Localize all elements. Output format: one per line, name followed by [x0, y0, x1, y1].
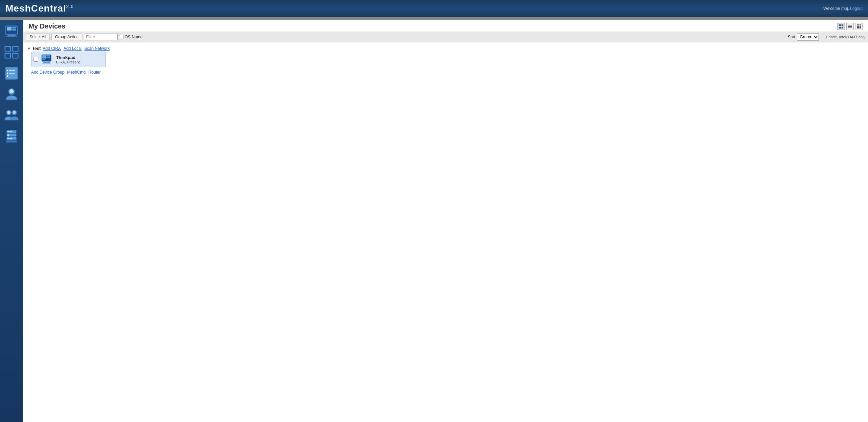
svg-rect-46 [858, 24, 859, 25]
svg-rect-19 [9, 73, 15, 74]
group-actions-test: Add CIRA Add Local Scan Network [43, 46, 110, 51]
filter-input[interactable] [84, 34, 118, 40]
svg-rect-57 [46, 55, 50, 57]
select-all-button[interactable]: Select All [26, 34, 50, 40]
sidebar-item-my-devices[interactable] [1, 21, 22, 41]
group-action-button[interactable]: Group Action [51, 34, 82, 40]
sidebar [0, 20, 23, 422]
main-layout: My Devices Select All Group Action OS Na [0, 20, 868, 422]
svg-rect-18 [7, 73, 8, 74]
svg-rect-58 [46, 57, 50, 58]
view-icons [837, 23, 863, 30]
svg-rect-3 [12, 27, 16, 28]
svg-rect-21 [9, 76, 13, 76]
svg-rect-53 [860, 27, 861, 28]
sidebar-item-users[interactable] [1, 84, 22, 104]
svg-rect-6 [6, 36, 17, 37]
svg-rect-44 [848, 27, 852, 28]
svg-rect-47 [860, 24, 861, 25]
page-header: My Devices [23, 20, 868, 32]
svg-rect-36 [9, 138, 12, 139]
svg-point-23 [9, 89, 14, 93]
device-item-thinkpad[interactable]: Thinkpad CIRA, Present [31, 52, 106, 67]
list-view-btn[interactable] [846, 23, 854, 30]
svg-rect-43 [848, 26, 852, 27]
sidebar-item-user-groups[interactable] [1, 105, 22, 126]
progress-bar [0, 17, 868, 20]
sort-label: Sort [788, 35, 795, 39]
svg-rect-8 [5, 47, 10, 51]
os-name-checkbox[interactable] [119, 35, 123, 39]
svg-rect-38 [839, 24, 841, 26]
svg-rect-33 [9, 135, 12, 135]
svg-rect-12 [5, 54, 10, 58]
svg-rect-2 [7, 27, 12, 31]
logout-link[interactable]: Logout [850, 6, 863, 11]
os-name-label: OS Name [119, 35, 143, 39]
svg-rect-37 [6, 140, 17, 142]
amt-notice: 1 node, Intel® AMT only [826, 35, 865, 39]
add-cira-link[interactable]: Add CIRA [43, 46, 61, 51]
svg-rect-60 [44, 58, 46, 59]
svg-rect-42 [848, 25, 852, 25]
app-logo: MeshCentral2.0 [5, 3, 74, 14]
sidebar-item-events[interactable] [1, 63, 22, 83]
svg-rect-48 [857, 26, 858, 27]
device-name-thinkpad: Thinkpad [56, 55, 80, 60]
svg-rect-16 [7, 70, 8, 71]
scan-network-link[interactable]: Scan Network [84, 46, 110, 51]
svg-rect-52 [858, 27, 859, 28]
add-local-link[interactable]: Add Local [63, 46, 81, 51]
svg-rect-45 [857, 24, 858, 25]
svg-rect-56 [42, 55, 46, 58]
large-icons-view-btn[interactable] [837, 23, 845, 30]
group-name-test: test [33, 46, 41, 51]
device-info-thinkpad: Thinkpad CIRA, Present [56, 55, 80, 64]
sidebar-item-server[interactable] [1, 126, 22, 147]
svg-rect-17 [9, 70, 15, 71]
svg-rect-14 [13, 54, 18, 58]
svg-rect-35 [7, 138, 9, 139]
group-toggle-test[interactable]: ▼ [27, 46, 31, 51]
device-status-thinkpad: CIRA, Present [56, 60, 80, 64]
svg-rect-59 [42, 58, 44, 59]
bottom-links: Add Device Group MeshCmd Router [31, 70, 864, 75]
svg-rect-29 [7, 131, 9, 132]
svg-rect-41 [842, 27, 843, 28]
router-link[interactable]: Router [88, 70, 101, 75]
page-title: My Devices [28, 22, 837, 30]
welcome-text: Welcome mbj. Logout [823, 6, 863, 11]
svg-rect-10 [13, 47, 18, 51]
content-area: My Devices Select All Group Action OS Na [23, 20, 868, 422]
svg-rect-32 [7, 134, 9, 136]
svg-point-27 [13, 111, 16, 114]
svg-rect-39 [842, 24, 843, 26]
toolbar: Select All Group Action OS Name Sort Gro… [23, 32, 868, 42]
device-checkbox-thinkpad[interactable] [34, 57, 38, 62]
svg-rect-40 [839, 27, 841, 28]
grid-view-btn[interactable] [855, 23, 863, 30]
header: MeshCentral2.0 Welcome mbj. Logout [0, 0, 868, 17]
sidebar-item-device-groups[interactable] [1, 42, 22, 62]
svg-rect-20 [7, 75, 8, 77]
svg-rect-4 [12, 29, 16, 31]
group-header-test: ▼ test Add CIRA Add Local Scan Network [27, 46, 864, 51]
add-device-group-link[interactable]: Add Device Group [31, 70, 64, 75]
svg-rect-49 [858, 26, 859, 27]
svg-rect-50 [860, 26, 861, 27]
device-icon-thinkpad [41, 53, 53, 65]
meshcmd-link[interactable]: MeshCmd [67, 70, 86, 75]
svg-rect-63 [42, 63, 51, 63]
svg-rect-51 [857, 27, 858, 28]
sort-area: Sort Group Name Status 1 node, Intel® AM… [788, 33, 865, 41]
sort-select[interactable]: Group Name Status [797, 33, 819, 41]
svg-rect-61 [42, 59, 45, 60]
device-list: ▼ test Add CIRA Add Local Scan Network [23, 42, 868, 77]
svg-point-25 [7, 111, 11, 114]
svg-rect-30 [9, 131, 12, 132]
